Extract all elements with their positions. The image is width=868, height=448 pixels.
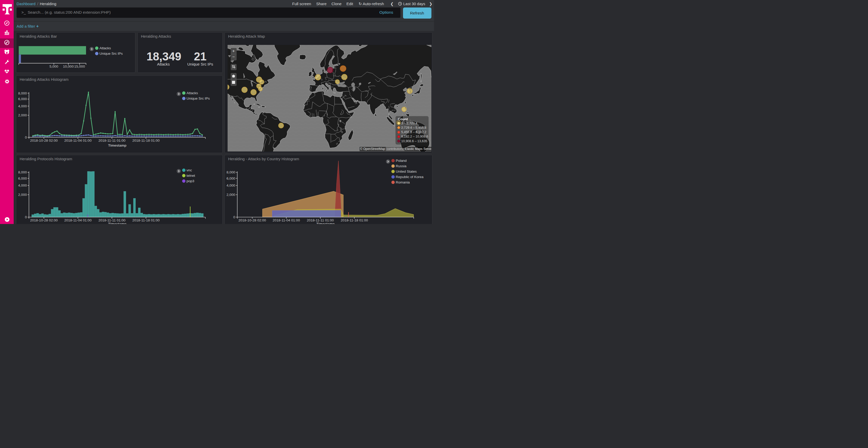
svg-text:8,000: 8,000 — [226, 170, 235, 174]
svg-text:2018-11-11 01:00: 2018-11-11 01:00 — [98, 139, 126, 142]
svg-text:2,000: 2,000 — [226, 193, 235, 197]
svg-text:0: 0 — [25, 136, 27, 139]
svg-text:2018-10-28 02:00: 2018-10-28 02:00 — [30, 139, 58, 142]
svg-text:Timestamp: Timestamp — [108, 143, 126, 147]
svg-text:4,000: 4,000 — [18, 104, 27, 108]
svg-text:2018-11-18 01:00: 2018-11-18 01:00 — [132, 218, 160, 222]
svg-text:6,000: 6,000 — [226, 176, 235, 180]
svg-text:2,000: 2,000 — [18, 193, 27, 197]
svg-text:2018-11-04 01:00: 2018-11-04 01:00 — [64, 139, 92, 142]
svg-text:0: 0 — [25, 215, 27, 219]
svg-text:4,000: 4,000 — [226, 183, 235, 187]
svg-text:5,000: 5,000 — [50, 65, 58, 68]
svg-text:2018-10-28 02:00: 2018-10-28 02:00 — [30, 218, 58, 222]
svg-text:2018-11-18 01:00: 2018-11-18 01:00 — [341, 218, 368, 222]
svg-text:2018-11-04 01:00: 2018-11-04 01:00 — [64, 218, 92, 222]
svg-text:0: 0 — [233, 215, 235, 219]
svg-text:2018-11-18 01:00: 2018-11-18 01:00 — [132, 139, 160, 142]
svg-text:4,000: 4,000 — [18, 183, 27, 187]
svg-text:Timestamp: Timestamp — [108, 222, 126, 224]
svg-text:2,000: 2,000 — [18, 113, 27, 117]
svg-text:2018-10-28 02:00: 2018-10-28 02:00 — [239, 218, 266, 222]
svg-text:8,000: 8,000 — [18, 91, 27, 95]
svg-text:15,000: 15,000 — [74, 65, 85, 68]
svg-text:6,000: 6,000 — [18, 176, 27, 180]
svg-text:8,000: 8,000 — [18, 170, 27, 174]
svg-text:Timestamp: Timestamp — [316, 222, 335, 224]
svg-text:10,000: 10,000 — [63, 65, 74, 68]
svg-text:2018-11-04 01:00: 2018-11-04 01:00 — [273, 218, 300, 222]
svg-text:6,000: 6,000 — [18, 97, 27, 101]
